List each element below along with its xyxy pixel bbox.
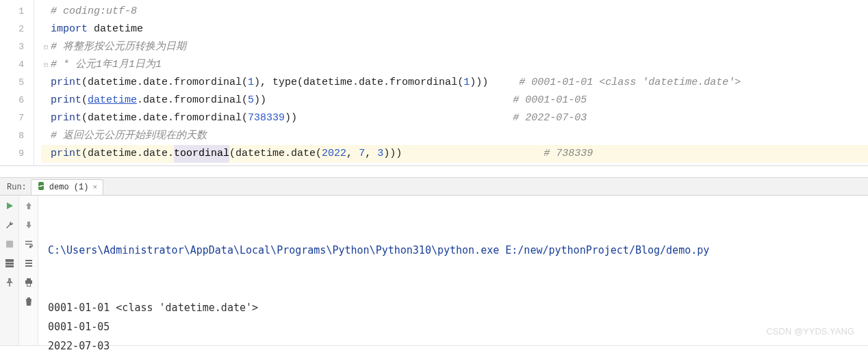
gutter-line-number[interactable]: 8 — [0, 127, 24, 145]
gutter-line-number[interactable]: 9 — [0, 145, 24, 163]
code-token: (datetime.date. — [81, 145, 174, 163]
code-token: 2022 — [322, 145, 346, 163]
stop-icon[interactable] — [3, 238, 16, 250]
code-token: (datetime.date.fromordinal( — [81, 74, 248, 92]
code-token: print — [51, 74, 81, 92]
code-token: datetime — [88, 92, 137, 109]
code-token: # * 公元1年1月1日为1 — [51, 56, 162, 74]
run-toolbar-left — [0, 196, 19, 345]
python-file-icon — [37, 182, 45, 193]
up-arrow-icon[interactable] — [23, 200, 35, 212]
code-token: datetime — [88, 21, 143, 38]
console-command-line: C:\Users\Administrator\AppData\Local\Pro… — [48, 241, 858, 260]
run-toolbar-inner — [19, 196, 38, 345]
scroll-to-end-icon[interactable] — [23, 257, 35, 269]
editor-gutter[interactable]: 123456789 — [0, 0, 34, 165]
fold-indicator[interactable]: ⊟ — [41, 56, 51, 74]
code-token: # 将整形按公元历转换为日期 — [51, 38, 186, 56]
gutter-line-number[interactable]: 4 — [0, 56, 24, 74]
code-line[interactable]: import datetime — [41, 21, 868, 38]
code-token: print — [51, 92, 81, 109]
code-line[interactable]: # 返回公元公历开始到现在的天数 — [41, 127, 868, 145]
code-token: .date.fromordinal( — [137, 92, 248, 109]
gutter-line-number[interactable]: 2 — [0, 21, 24, 38]
console-output[interactable]: C:\Users\Administrator\AppData\Local\Pro… — [38, 196, 868, 345]
code-token: # 0001-01-01 <class 'datetime.date'> — [519, 74, 741, 92]
console-line: 0001-01-01 <class 'datetime.date'> — [48, 298, 858, 317]
code-token: )) — [285, 109, 513, 127]
code-token: # 738339 — [544, 145, 593, 163]
code-token: ( — [81, 92, 88, 109]
code-token: print — [51, 109, 81, 127]
svg-rect-3 — [5, 265, 14, 267]
run-label: Run: — [4, 183, 31, 195]
code-token: # 0001-01-05 — [513, 92, 587, 109]
layout-icon[interactable] — [3, 257, 16, 269]
run-tab-demo[interactable]: demo (1) × — [31, 179, 103, 195]
editor: 123456789 # coding:utf-8import datetime⊟… — [0, 0, 868, 165]
code-line[interactable]: ⊟# 将整形按公元历转换为日期 — [41, 38, 868, 56]
svg-rect-1 — [5, 259, 14, 262]
console-lines: 0001-01-01 <class 'datetime.date'>0001-0… — [48, 298, 858, 359]
code-token: # coding:utf-8 — [51, 3, 137, 21]
console-line: 738339 — [48, 356, 858, 359]
code-token: print — [51, 145, 81, 163]
code-token: ), type(datetime.date.fromordinal( — [254, 74, 463, 92]
code-token: , — [365, 145, 377, 163]
code-line[interactable]: print(datetime.date.toordinal(datetime.d… — [41, 145, 868, 163]
wrench-icon[interactable] — [3, 219, 16, 231]
code-token: # 2022-07-03 — [513, 109, 587, 127]
code-token: ))) — [470, 74, 519, 92]
code-line[interactable]: # coding:utf-8 — [41, 3, 868, 21]
editor-code[interactable]: # coding:utf-8import datetime⊟# 将整形按公元历转… — [34, 0, 868, 165]
console-line: 2022-07-03 — [48, 336, 858, 356]
pin-icon[interactable] — [3, 276, 16, 289]
gutter-line-number[interactable]: 5 — [0, 74, 24, 92]
code-token: import — [51, 21, 88, 38]
watermark-text: CSDN @YYDS.YANG — [766, 322, 854, 341]
console-line: 0001-01-05 — [48, 317, 858, 336]
code-token: 5 — [248, 92, 254, 109]
code-token: (datetime.date( — [229, 145, 322, 163]
gutter-line-number[interactable]: 3 — [0, 38, 24, 56]
code-line[interactable]: print(datetime.date.fromordinal(5)) # 00… — [41, 92, 868, 109]
fold-indicator[interactable]: ⊟ — [41, 38, 51, 56]
down-arrow-icon[interactable] — [23, 219, 35, 231]
code-token: toordinal — [174, 145, 229, 163]
gutter-line-number[interactable]: 1 — [0, 3, 24, 21]
svg-rect-2 — [5, 263, 14, 265]
code-token: )) — [254, 92, 513, 109]
tool-window-separator[interactable] — [0, 165, 868, 178]
code-token: 1 — [463, 74, 470, 92]
soft-wrap-icon[interactable] — [23, 238, 35, 250]
code-token: , — [346, 145, 359, 163]
svg-rect-0 — [6, 241, 13, 248]
print-icon[interactable] — [23, 276, 35, 289]
code-token: # 返回公元公历开始到现在的天数 — [51, 127, 207, 145]
code-token: 1 — [248, 74, 254, 92]
run-tool-window: C:\Users\Administrator\AppData\Local\Pro… — [0, 196, 868, 346]
gutter-line-number[interactable]: 7 — [0, 109, 24, 127]
close-icon[interactable]: × — [92, 183, 97, 191]
code-token: 7 — [359, 145, 365, 163]
code-token: 738339 — [248, 109, 285, 127]
gutter-line-number[interactable]: 6 — [0, 92, 24, 109]
code-token: ))) — [383, 145, 544, 163]
code-line[interactable]: print(datetime.date.fromordinal(1), type… — [41, 74, 868, 92]
code-line[interactable]: print(datetime.date.fromordinal(738339))… — [41, 109, 868, 127]
code-token: (datetime.date.fromordinal( — [81, 109, 248, 127]
rerun-icon[interactable] — [3, 200, 16, 212]
code-token: 3 — [377, 145, 383, 163]
run-tab-label: demo (1) — [49, 183, 89, 192]
run-tab-bar: Run: demo (1) × — [0, 178, 868, 196]
code-line[interactable]: ⊟# * 公元1年1月1日为1 — [41, 56, 868, 74]
trash-icon[interactable] — [23, 295, 35, 308]
